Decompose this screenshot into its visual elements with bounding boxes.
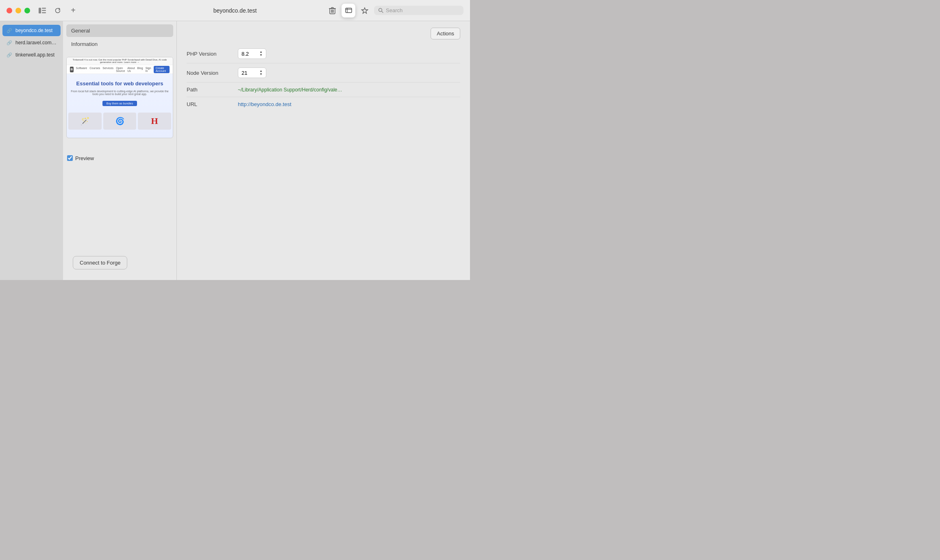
php-version-label: PHP Version xyxy=(187,51,231,57)
link-icon-2: 🔗 xyxy=(7,40,12,46)
url-label: URL xyxy=(187,101,231,107)
connect-forge-button[interactable]: Connect to Forge xyxy=(73,256,127,269)
add-icon[interactable]: + xyxy=(67,5,79,16)
php-version-arrows: ▲ ▼ xyxy=(259,50,263,57)
node-version-arrows: ▲ ▼ xyxy=(259,69,263,76)
fake-site-card-3: H xyxy=(138,113,171,130)
nav-tabs: General Information xyxy=(63,21,176,54)
maximize-button[interactable] xyxy=(24,8,30,13)
no-icon-active[interactable] xyxy=(342,4,355,17)
svg-rect-9 xyxy=(346,8,352,13)
fake-site-hero: Essential tools for web developers From … xyxy=(67,74,173,110)
preview-checkbox[interactable] xyxy=(67,155,73,161)
refresh-icon[interactable] xyxy=(52,5,63,16)
sidebar-item-tinkerwell[interactable]: 🔗 tinkerwell.app.test xyxy=(2,49,61,61)
svg-rect-3 xyxy=(42,12,46,13)
sidebar-toggle-icon[interactable] xyxy=(37,5,48,16)
node-version-select[interactable]: 21 ▲ ▼ xyxy=(238,67,266,78)
path-row: Path ~/Library/Application Support/Herd/… xyxy=(187,82,460,97)
fake-site-banner: Tinkerwell 4 is out now. Get the most po… xyxy=(67,57,173,65)
fake-site-card-1: 🪄 xyxy=(68,113,102,130)
svg-rect-1 xyxy=(42,8,46,9)
fake-site-hero-desc: From local full stack development to cut… xyxy=(70,90,170,96)
minimize-button[interactable] xyxy=(15,8,21,13)
info-panel: Actions PHP Version 8.2 ▲ ▼ Node Version… xyxy=(177,21,470,280)
fake-site-cta: Create Account xyxy=(154,66,170,73)
svg-rect-0 xyxy=(39,8,41,13)
php-version-value: 8.2 xyxy=(242,51,249,57)
sidebar-item-herd[interactable]: 🔗 herd.laravel.com.test xyxy=(2,37,61,48)
sidebar-item-beyondco-label: beyondco.de.test xyxy=(15,28,52,33)
tab-general[interactable]: General xyxy=(66,24,173,37)
sidebar-item-beyondco[interactable]: 🔗 beyondco.de.test xyxy=(2,25,61,36)
node-version-value: 21 xyxy=(242,70,247,76)
fake-site-nav: SoftwareCoursesServicesOpen SourceAbout … xyxy=(76,67,151,72)
node-version-label: Node Version xyxy=(187,70,231,76)
path-value: ~/Library/Application Support/Herd/confi… xyxy=(238,87,460,93)
tinkerwell-card-icon: 🪄 xyxy=(81,117,89,126)
trash-icon[interactable] xyxy=(325,4,339,17)
php-version-select[interactable]: 8.2 ▲ ▼ xyxy=(238,48,266,59)
fake-site-hero-btn: Buy them as bundles xyxy=(102,101,137,106)
tab-information[interactable]: Information xyxy=(66,38,173,50)
star-icon[interactable] xyxy=(358,4,372,17)
link-icon: 🔗 xyxy=(7,28,12,33)
sidebar-item-herd-label: herd.laravel.com.test xyxy=(15,40,57,46)
node-version-row: Node Version 21 ▲ ▼ xyxy=(187,63,460,82)
actions-button[interactable]: Actions xyxy=(431,28,460,39)
site-preview: Tinkerwell 4 is out now. Get the most po… xyxy=(66,57,173,138)
link-icon-3: 🔗 xyxy=(7,52,12,58)
search-placeholder: Search xyxy=(386,7,403,13)
search-icon xyxy=(378,8,383,13)
title-bar-right: Search xyxy=(325,4,463,17)
path-label: Path xyxy=(187,87,231,93)
title-bar: + beyondco.de.test xyxy=(0,0,470,21)
sidebar: 🔗 beyondco.de.test 🔗 herd.laravel.com.te… xyxy=(0,21,63,280)
fake-site-hero-title: Essential tools for web developers xyxy=(70,80,170,87)
php-version-row: PHP Version 8.2 ▲ ▼ xyxy=(187,44,460,63)
preview-area: Tinkerwell 4 is out now. Get the most po… xyxy=(63,54,176,152)
fake-site-logo: B xyxy=(70,67,74,72)
traffic-lights xyxy=(7,8,30,13)
sidebar-item-tinkerwell-label: tinkerwell.app.test xyxy=(15,52,54,58)
search-bar[interactable]: Search xyxy=(374,6,463,15)
middle-section: General Information Tinkerwell 4 is out … xyxy=(63,21,177,280)
beyond-card-icon: H xyxy=(151,116,158,126)
preview-label[interactable]: Preview xyxy=(75,155,94,161)
main-layout: 🔗 beyondco.de.test 🔗 herd.laravel.com.te… xyxy=(0,21,470,280)
svg-rect-2 xyxy=(42,10,46,11)
herd-card-icon: 🌀 xyxy=(115,117,124,126)
fake-site-card-2: 🌀 xyxy=(103,113,137,130)
close-button[interactable] xyxy=(7,8,12,13)
preview-checkbox-row: Preview xyxy=(63,152,176,165)
fake-site-header: B SoftwareCoursesServicesOpen SourceAbou… xyxy=(67,65,173,74)
url-value[interactable]: http://beyondco.de.test xyxy=(238,101,460,107)
title-bar-controls: + xyxy=(37,5,79,16)
svg-marker-12 xyxy=(362,8,368,13)
svg-line-14 xyxy=(382,11,383,13)
window-title: beyondco.de.test xyxy=(213,7,257,14)
url-row: URL http://beyondco.de.test xyxy=(187,97,460,111)
fake-site-cards: 🪄 🌀 H xyxy=(67,110,173,130)
